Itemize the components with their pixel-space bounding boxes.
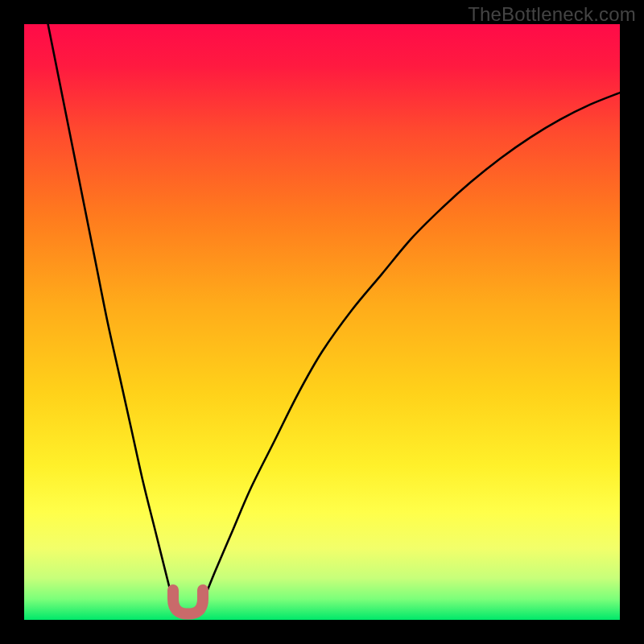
bottleneck-chart xyxy=(24,24,620,620)
chart-frame: TheBottleneck.com xyxy=(0,0,644,644)
watermark-text: TheBottleneck.com xyxy=(468,3,636,26)
chart-background xyxy=(24,24,620,620)
